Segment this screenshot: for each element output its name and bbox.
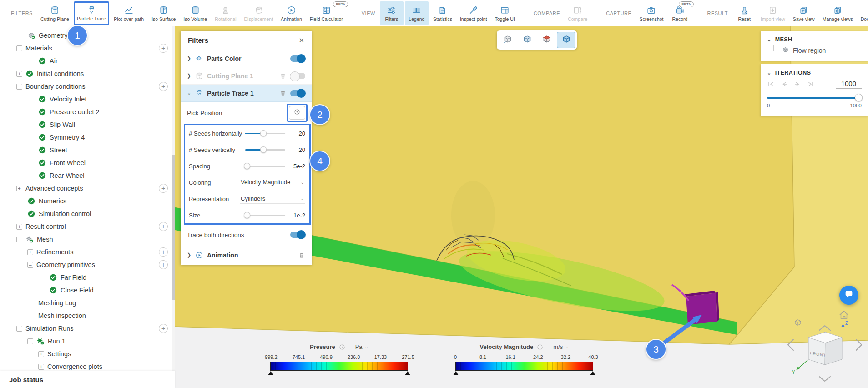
solid-cube-button[interactable] [518,32,536,48]
previous-iteration-button[interactable] [780,81,788,88]
parameter-slider[interactable] [245,130,285,136]
toolbar-button-record[interactable]: BETARecord [668,1,692,25]
iteration-value-input[interactable]: 1000 [836,80,862,89]
add-item-button[interactable]: + [159,247,168,257]
animation-section-row[interactable]: ❯ Animation [181,245,312,265]
toolbar-button-iso-volume[interactable]: Iso Volume [180,1,210,25]
filter-item-parts-color[interactable]: ❯Parts Color [181,50,312,67]
add-item-button[interactable]: + [159,324,168,333]
chevron-right-icon[interactable]: ❯ [187,55,192,61]
collapse-minus-icon[interactable]: – [27,262,33,268]
tree-item-street[interactable]: Street [0,144,175,156]
tree-item-numerics[interactable]: Numerics [0,195,175,207]
visibility-toggle[interactable] [290,55,305,62]
slider-knob[interactable] [244,163,250,169]
toolbar-button-save-view[interactable]: Save view [790,1,818,25]
tree-item-mesh[interactable]: –Mesh [0,233,175,246]
expand-plus-icon[interactable]: + [16,186,22,191]
close-icon[interactable]: ✕ [298,36,304,45]
tree-item-meshing-log[interactable]: Meshing Log [0,297,175,309]
trace-both-directions-toggle[interactable] [290,232,305,238]
tree-item-pressure-outlet-2[interactable]: Pressure outlet 2 [0,106,175,118]
visibility-toggle[interactable] [290,73,305,79]
iterations-panel-title-row[interactable]: ⌄ ITERATIONS [761,64,868,76]
expand-plus-icon[interactable]: + [38,364,44,370]
toolbar-button-manage-views[interactable]: Manage views [819,1,856,25]
parameter-slider[interactable] [245,146,285,153]
tree-item-mesh-inspection[interactable]: Mesh inspection [0,309,175,322]
unit-select[interactable]: m/s⌄ [553,343,569,350]
add-item-button[interactable]: + [159,44,168,53]
tree-item-materials[interactable]: –Materials+ [0,42,175,55]
tree-item-advanced-concepts[interactable]: +Advanced concepts+ [0,182,175,195]
tree-item-velocity-inlet[interactable]: Velocity Inlet [0,93,175,106]
toolbar-button-particle-trace[interactable]: Particle Trace [74,1,109,25]
tree-item-close-field[interactable]: Close Field [0,284,175,297]
toolbar-button-cutting-plane[interactable]: Cutting Plane [37,1,72,25]
add-item-button[interactable]: + [159,184,168,193]
expand-plus-icon[interactable]: + [16,71,22,77]
trash-icon[interactable] [279,72,287,80]
parameter-select-representation[interactable]: Cylinders⌄ [240,194,305,204]
unit-select[interactable]: Pa⌄ [355,343,368,350]
toolbar-button-animation[interactable]: Animation [278,1,305,25]
toolbar-button-plot-over-path[interactable]: Plot-over-path [111,1,147,25]
trash-icon[interactable] [298,252,305,259]
add-item-button[interactable]: + [159,260,168,269]
home-view-icon[interactable] [840,311,848,318]
info-icon[interactable] [537,344,543,350]
chevron-down-icon[interactable]: ⌄ [767,70,772,76]
tree-item-geometry[interactable]: Geometry [0,29,175,42]
filter-item-particle-trace-1[interactable]: ⌄Particle Trace 1 [181,85,312,102]
rotate-right-chevron[interactable] [856,339,862,350]
orientation-cube[interactable]: FRONT [808,332,842,365]
tree-item-rear-wheel[interactable]: Rear Wheel [0,169,175,182]
toolbar-button-toggle-ui[interactable]: Toggle UI [491,1,518,25]
support-chat-button[interactable] [839,286,858,305]
slider-knob[interactable] [260,130,267,136]
rotate-left-chevron[interactable] [788,339,793,350]
select-cube-button[interactable] [557,32,575,48]
iteration-slider-knob[interactable] [855,94,863,101]
info-icon[interactable] [339,344,345,350]
expand-plus-icon[interactable]: + [16,224,22,230]
tree-item-convergence-plots[interactable]: +Convergence plots [0,360,175,371]
visibility-toggle[interactable] [290,90,305,96]
perspective-cube-button[interactable] [498,32,517,48]
toolbar-button-iso-surface[interactable]: Iso Surface [148,1,179,25]
toolbar-button-filters[interactable]: Filters [380,1,404,25]
tree-item-refinements[interactable]: +Refinements+ [0,246,175,258]
mesh-item-flow-region[interactable]: Flow region [761,43,868,55]
tree-item-boundary-conditions[interactable]: –Boundary conditions+ [0,80,175,93]
expand-plus-icon[interactable]: + [38,351,44,357]
toolbar-button-statistics[interactable]: Statistics [430,1,455,25]
sidebar-scrollbar-thumb[interactable] [172,155,175,300]
tree-item-run-1[interactable]: –Run 1 [0,335,175,348]
toolbar-button-field-calculator[interactable]: BETAField Calculator [307,1,346,25]
mesh-panel-title-row[interactable]: ⌄ MESH [761,31,868,43]
tree-item-simulation-runs[interactable]: –Simulation Runs+ [0,322,175,335]
parameter-slider[interactable] [245,212,285,218]
last-iteration-button[interactable] [807,81,815,88]
slider-knob[interactable] [244,212,250,218]
toolbar-button-download[interactable]: Download [858,1,868,25]
tree-item-result-control[interactable]: +Result control+ [0,220,175,233]
add-item-button[interactable]: + [159,82,168,91]
pick-position-button[interactable] [289,106,305,120]
toolbar-button-inspect-point[interactable]: Inspect point [457,1,490,25]
rotate-down-chevron[interactable] [819,377,830,381]
collapse-minus-icon[interactable]: – [27,338,33,344]
chevron-right-icon[interactable]: ❯ [187,252,192,258]
collapse-minus-icon[interactable]: – [16,45,22,51]
chevron-right-icon[interactable]: ❯ [187,73,192,79]
next-iteration-button[interactable] [793,81,802,88]
add-item-button[interactable]: + [159,222,168,231]
tree-item-slip-wall[interactable]: Slip Wall [0,118,175,131]
parameter-slider[interactable] [245,163,285,169]
cube-mode-icon[interactable] [795,320,801,325]
filter-item-cutting-plane-1[interactable]: ❯Cutting Plane 1 [181,67,312,85]
tree-item-simulation-control[interactable]: Simulation control [0,207,175,220]
chevron-down-icon[interactable]: ⌄ [767,37,772,43]
collapse-minus-icon[interactable]: – [16,237,22,242]
expand-plus-icon[interactable]: + [27,249,33,255]
